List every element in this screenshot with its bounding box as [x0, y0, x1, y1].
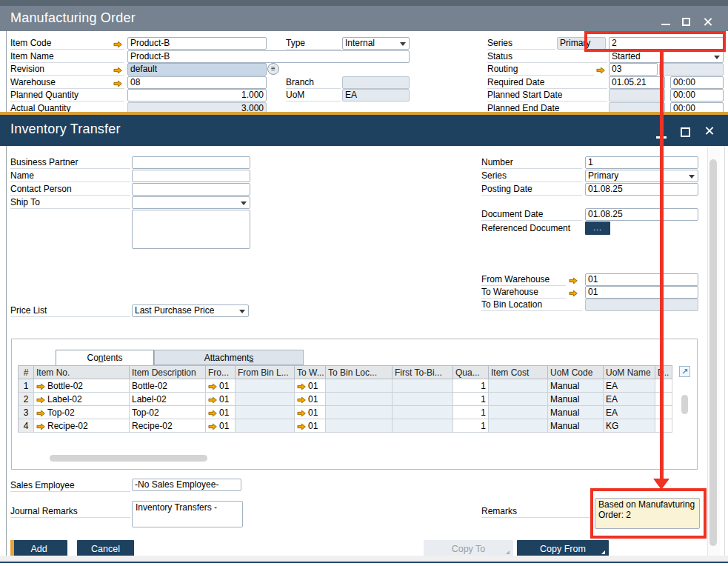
grid-cell[interactable]: 01: [295, 379, 326, 393]
grid-cell[interactable]: [326, 379, 393, 393]
number-field[interactable]: 1: [585, 156, 698, 169]
minimize-icon[interactable]: [661, 24, 670, 25]
grid-cell[interactable]: 01: [206, 393, 236, 406]
grid-cell[interactable]: 1: [453, 379, 489, 393]
grid-cell[interactable]: [489, 379, 548, 393]
grid-cell[interactable]: [393, 419, 453, 433]
link-arrow-icon[interactable]: [297, 422, 306, 430]
grid-cell[interactable]: [236, 406, 295, 419]
link-arrow-icon[interactable]: [569, 276, 578, 284]
grid-cell[interactable]: [489, 406, 548, 419]
grid-cell[interactable]: [655, 419, 672, 433]
to-warehouse-field[interactable]: 01: [585, 286, 698, 299]
required-date-field[interactable]: 01.05.21: [609, 76, 665, 89]
link-arrow-icon[interactable]: [297, 396, 306, 403]
grid-cell[interactable]: Bottle-02: [34, 379, 130, 393]
link-arrow-icon[interactable]: [36, 422, 45, 430]
grid-cell[interactable]: [393, 406, 453, 419]
grid-cell[interactable]: 4: [18, 419, 34, 433]
ship-to-dropdown[interactable]: [132, 196, 250, 209]
type-dropdown[interactable]: Internal: [342, 37, 410, 50]
grid-cell[interactable]: [326, 393, 393, 406]
link-arrow-icon[interactable]: [208, 382, 217, 390]
grid-cell[interactable]: [489, 419, 548, 433]
grid-cell[interactable]: EA: [604, 406, 655, 419]
branch-field[interactable]: [342, 76, 410, 89]
to-bin-location-field[interactable]: [585, 299, 698, 311]
link-arrow-icon[interactable]: [36, 409, 45, 416]
uom-field[interactable]: EA: [342, 89, 410, 101]
grid-cell[interactable]: 1: [18, 379, 34, 393]
grid-cell[interactable]: Recipe-02: [34, 419, 130, 433]
link-arrow-icon[interactable]: [36, 396, 45, 403]
tab-contents[interactable]: Contents: [56, 350, 154, 365]
grid-horizontal-scrollbar-thumb[interactable]: [50, 455, 207, 462]
link-arrow-icon[interactable]: [113, 79, 123, 87]
grid-cell[interactable]: [236, 393, 295, 406]
planned-qty-field[interactable]: 1.000: [127, 89, 267, 101]
grid-cell[interactable]: 2: [18, 393, 34, 406]
link-external-icon[interactable]: ↗: [679, 366, 690, 377]
tab-attachments[interactable]: Attachments: [154, 350, 304, 365]
link-arrow-icon[interactable]: [569, 289, 578, 296]
grid-column-header[interactable]: Item No.: [34, 365, 130, 379]
price-list-dropdown[interactable]: Last Purchase Price: [132, 304, 249, 317]
planned-start-time-field[interactable]: 00:00: [670, 89, 724, 101]
grid-cell[interactable]: Label-02: [130, 393, 206, 406]
grid-column-header[interactable]: To Bin Loc...: [326, 365, 393, 379]
mo-titlebar[interactable]: Manufacturing Order: [0, 6, 728, 31]
journal-remarks-textarea[interactable]: Inventory Transfers -: [132, 501, 243, 527]
grid-cell[interactable]: 1: [453, 419, 489, 433]
business-partner-field[interactable]: [132, 156, 250, 169]
posting-date-field[interactable]: 01.08.25: [585, 183, 698, 196]
grid-cell[interactable]: Label-02: [34, 393, 130, 406]
required-time-field[interactable]: 00:00: [670, 76, 724, 89]
status-dropdown[interactable]: Started: [609, 50, 724, 63]
warehouse-field[interactable]: 08: [127, 76, 267, 89]
grid-cell[interactable]: EA: [604, 393, 655, 406]
grid-column-header[interactable]: To W...: [295, 365, 326, 379]
grid-cell[interactable]: 01: [206, 419, 236, 433]
grid-cell[interactable]: [326, 419, 393, 433]
choose-from-list-icon[interactable]: ≡: [267, 63, 279, 75]
from-warehouse-field[interactable]: 01: [585, 273, 698, 286]
grid-cell[interactable]: KG: [604, 419, 655, 433]
revision-field[interactable]: default: [127, 63, 267, 76]
grid-column-header[interactable]: UoM Name: [604, 365, 655, 379]
grid-cell[interactable]: EA: [604, 379, 655, 393]
grid-cell[interactable]: 01: [295, 419, 326, 433]
document-date-field[interactable]: 01.08.25: [585, 208, 698, 221]
grid-column-header[interactable]: UoM Code: [548, 365, 604, 379]
link-arrow-icon[interactable]: [596, 66, 606, 73]
link-arrow-icon[interactable]: [113, 66, 123, 73]
grid-cell[interactable]: Top-02: [130, 406, 206, 419]
it-series-dropdown[interactable]: Primary: [585, 170, 698, 182]
planned-start-date-field[interactable]: [609, 89, 665, 101]
grid-cell[interactable]: 1: [453, 393, 489, 406]
grid-cell[interactable]: [393, 379, 453, 393]
grid-cell[interactable]: Recipe-02: [130, 419, 206, 433]
grid-cell[interactable]: [393, 393, 453, 406]
grid-cell[interactable]: Manual: [548, 393, 604, 406]
grid-column-header[interactable]: From Bin L...: [236, 365, 295, 379]
grid-cell[interactable]: [236, 419, 295, 433]
it-titlebar[interactable]: Inventory Transfer: [0, 115, 728, 146]
grid-vertical-scrollbar-thumb[interactable]: [681, 395, 688, 414]
link-arrow-icon[interactable]: [208, 396, 217, 403]
grid-column-header[interactable]: Qua...: [453, 365, 489, 379]
link-arrow-icon[interactable]: [113, 40, 123, 47]
grid-cell[interactable]: [655, 393, 672, 406]
grid-cell[interactable]: 1: [453, 406, 489, 419]
grid-column-header[interactable]: Item Cost: [489, 365, 548, 379]
sales-employee-field[interactable]: -No Sales Employee-: [132, 479, 241, 491]
grid-cell[interactable]: 01: [206, 406, 236, 419]
routing-field[interactable]: 03: [609, 63, 658, 76]
grid-column-header[interactable]: Fro...: [206, 365, 236, 379]
grid-cell[interactable]: 01: [206, 379, 236, 393]
grid-cell[interactable]: [655, 379, 672, 393]
grid-cell[interactable]: [655, 406, 672, 419]
grid-column-header[interactable]: D..: [655, 365, 672, 379]
grid-cell[interactable]: 3: [18, 406, 34, 419]
grid-cell[interactable]: Manual: [548, 379, 604, 393]
link-arrow-icon[interactable]: [297, 409, 306, 416]
